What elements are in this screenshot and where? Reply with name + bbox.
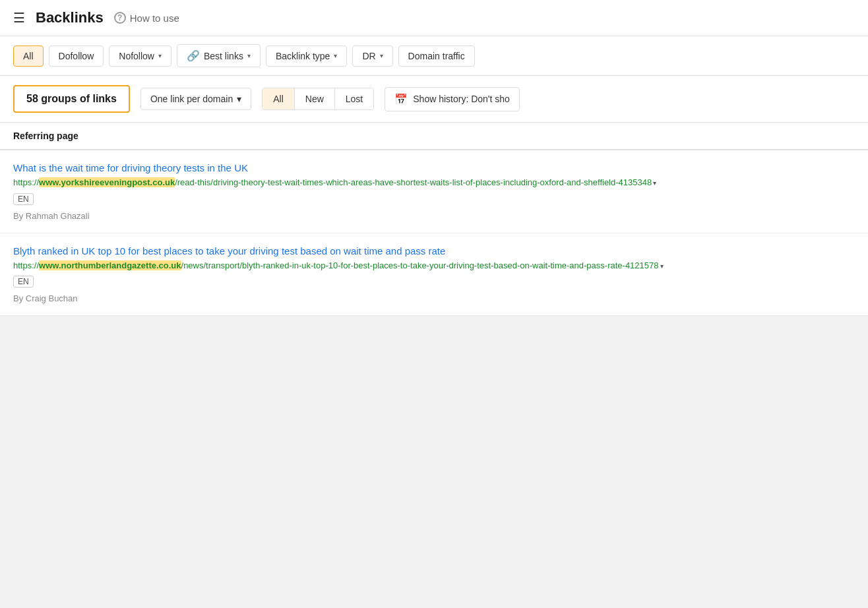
link-icon: 🔗 bbox=[187, 49, 200, 62]
author-label: By Rahmah Ghazali bbox=[13, 211, 855, 221]
table-header: Referring page bbox=[0, 123, 868, 150]
how-to-use-button[interactable]: ? How to use bbox=[114, 12, 179, 24]
show-history-label: Show history: Don't sho bbox=[413, 94, 510, 104]
url-domain: www.northumberlandgazette.co.uk bbox=[39, 260, 181, 270]
filter-dofollow-button[interactable]: Dofollow bbox=[49, 46, 104, 67]
filter-nofollow-button[interactable]: Nofollow ▾ bbox=[109, 46, 171, 67]
filter-backlink-type-label: Backlink type bbox=[276, 51, 330, 61]
link-type-lost-button[interactable]: Lost bbox=[335, 88, 373, 109]
one-link-per-domain-button[interactable]: One link per domain ▾ bbox=[140, 88, 251, 110]
url-path: /news/transport/blyth-ranked-in-uk-top-1… bbox=[181, 260, 659, 270]
url-domain: www.yorkshireeveningpost.co.uk bbox=[39, 177, 175, 187]
filter-backlink-type-button[interactable]: Backlink type ▾ bbox=[266, 46, 347, 67]
result-title-link[interactable]: Blyth ranked in UK top 10 for best place… bbox=[13, 245, 855, 257]
filter-nofollow-label: Nofollow bbox=[119, 51, 154, 61]
result-title-text: What is the wait time for driving theory… bbox=[13, 162, 248, 173]
help-icon: ? bbox=[114, 12, 126, 24]
link-type-group: All New Lost bbox=[262, 88, 374, 110]
lang-badge: EN bbox=[13, 276, 34, 288]
result-item: Blyth ranked in UK top 10 for best place… bbox=[0, 233, 868, 317]
filter-dr-label: DR bbox=[362, 51, 375, 61]
header: ☰ Backlinks ? How to use bbox=[0, 0, 868, 36]
show-history-button[interactable]: 📅 Show history: Don't sho bbox=[385, 87, 520, 111]
link-type-new-label: New bbox=[305, 94, 324, 104]
one-link-per-domain-label: One link per domain bbox=[150, 94, 233, 104]
lang-badge: EN bbox=[13, 193, 34, 205]
nofollow-chevron-icon: ▾ bbox=[158, 52, 162, 59]
link-type-lost-label: Lost bbox=[346, 94, 363, 104]
filter-domain-traffic-button[interactable]: Domain traffic bbox=[398, 46, 475, 67]
filter-dr-button[interactable]: DR ▾ bbox=[352, 46, 392, 67]
backlink-type-chevron-icon: ▾ bbox=[334, 52, 337, 59]
link-type-new-button[interactable]: New bbox=[295, 88, 335, 109]
result-item: What is the wait time for driving theory… bbox=[0, 150, 868, 233]
result-title-link[interactable]: What is the wait time for driving theory… bbox=[13, 162, 855, 173]
link-type-all-label: All bbox=[273, 94, 284, 104]
url-prefix: https:// bbox=[13, 260, 39, 270]
page-title: Backlinks bbox=[36, 9, 104, 26]
filter-domain-traffic-label: Domain traffic bbox=[408, 51, 465, 61]
results-list: What is the wait time for driving theory… bbox=[0, 150, 868, 316]
filter-all-label: All bbox=[23, 51, 34, 61]
author-label: By Craig Buchan bbox=[13, 293, 855, 303]
result-url: https://www.yorkshireeveningpost.co.uk/r… bbox=[13, 176, 855, 189]
filter-all-button[interactable]: All bbox=[13, 46, 44, 67]
how-to-use-label: How to use bbox=[130, 13, 179, 24]
filter-best-links-label: Best links bbox=[204, 51, 243, 61]
groups-count-badge: 58 groups of links bbox=[13, 85, 130, 113]
result-url: https://www.northumberlandgazette.co.uk/… bbox=[13, 259, 855, 272]
dr-chevron-icon: ▾ bbox=[380, 52, 383, 59]
filter-dofollow-label: Dofollow bbox=[59, 51, 94, 61]
link-type-all-button[interactable]: All bbox=[263, 88, 295, 109]
url-chevron-icon: ▾ bbox=[653, 179, 656, 187]
url-chevron-icon: ▾ bbox=[660, 262, 664, 270]
referring-page-header: Referring page bbox=[13, 131, 78, 141]
content-bar: 58 groups of links One link per domain ▾… bbox=[0, 76, 868, 123]
result-title-text: Blyth ranked in UK top 10 for best place… bbox=[13, 245, 445, 257]
best-links-chevron-icon: ▾ bbox=[247, 52, 251, 59]
hamburger-icon[interactable]: ☰ bbox=[13, 10, 25, 26]
url-path: /read-this/driving-theory-test-wait-time… bbox=[175, 177, 652, 187]
filter-best-links-button[interactable]: 🔗 Best links ▾ bbox=[177, 44, 261, 67]
url-prefix: https:// bbox=[13, 177, 39, 187]
calendar-icon: 📅 bbox=[394, 93, 408, 106]
filters-bar: All Dofollow Nofollow ▾ 🔗 Best links ▾ B… bbox=[0, 36, 868, 76]
one-link-chevron-icon: ▾ bbox=[237, 94, 241, 104]
